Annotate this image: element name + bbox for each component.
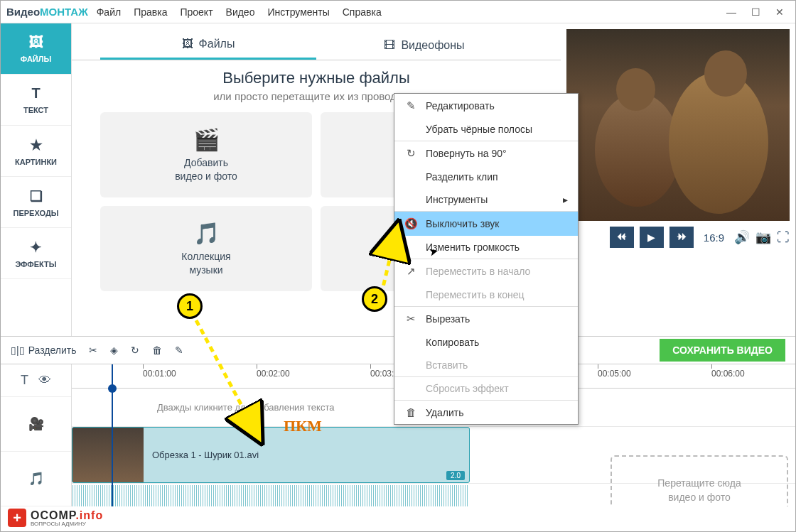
window-minimize[interactable]: — <box>721 6 741 18</box>
clapper-icon: 🎬 <box>193 127 220 152</box>
arrow-1 <box>189 317 274 445</box>
clip-label: Обрезка 1 - Шурик 01.avi <box>144 450 267 460</box>
cut-icon[interactable]: ✂ <box>89 344 97 356</box>
ctx-переместить-в-начало: ↗Переместить в начало <box>394 259 578 283</box>
text-icon: T <box>31 85 40 102</box>
next-button[interactable]: ⯮ <box>669 227 694 248</box>
audio-track-icon[interactable]: 🎵 <box>28 471 44 487</box>
wand-icon: ✦ <box>30 239 42 256</box>
ctx-удалить[interactable]: 🗑Удалить <box>394 401 578 424</box>
ctx-сбросить-эффект: Сбросить эффект <box>394 377 578 400</box>
ctx-icon: 🗑 <box>404 406 417 418</box>
ctx-разделить-клип[interactable]: Разделить клип <box>394 165 578 188</box>
dropzone[interactable]: Перетащите сюдавидео и фото <box>611 455 788 506</box>
clip-thumbnail <box>72 428 144 482</box>
context-menu: ✎РедактироватьУбрать чёрные полосы↻Повер… <box>394 93 579 425</box>
nav-files[interactable]: 🖼 ФАЙЛЫ <box>1 23 71 75</box>
image-icon: 🖼 <box>182 38 193 50</box>
tab-files[interactable]: 🖼 Файлы <box>100 31 316 60</box>
ctx-изменить-громкость[interactable]: Изменить громкость <box>394 236 578 259</box>
ctx-icon: ✎ <box>404 99 417 112</box>
menu-video[interactable]: Видео <box>226 6 255 18</box>
window-maximize[interactable]: ☐ <box>746 6 765 18</box>
ctx-редактировать[interactable]: ✎Редактировать <box>394 94 578 118</box>
svg-line-1 <box>196 320 253 427</box>
camera-icon: 🎞 <box>384 39 395 52</box>
visibility-icon[interactable]: 👁 <box>38 373 51 388</box>
play-button[interactable]: ▶ <box>640 227 664 248</box>
prompt-title: Выберите нужные файлы <box>72 69 561 87</box>
annotation-1: 1 <box>177 293 203 319</box>
ctx-инструменты[interactable]: Инструменты▸ <box>394 188 578 211</box>
menu-file[interactable]: Файл <box>97 6 121 18</box>
layers-icon: ❏ <box>30 188 43 205</box>
ctx-переместить-в-конец: Переместить в конец <box>394 283 578 306</box>
rotate-icon[interactable]: ↻ <box>131 344 139 356</box>
plus-icon: + <box>8 509 26 527</box>
add-video-photo-button[interactable]: 🎬 Добавитьвидео и фото <box>100 112 312 197</box>
preview-video[interactable] <box>566 29 790 221</box>
playhead[interactable] <box>112 364 113 506</box>
annotation-rmb: ПКМ <box>284 417 322 435</box>
window-close[interactable]: ✕ <box>770 6 790 18</box>
video-track-icon[interactable]: 🎥 <box>28 416 44 432</box>
ctx-icon: ↻ <box>404 147 417 160</box>
tab-video-backgrounds[interactable]: 🎞 Видеофоны <box>316 31 532 60</box>
ctx-убрать-ч-рные-полосы[interactable]: Убрать чёрные полосы <box>394 118 578 141</box>
clip-waveform <box>72 485 469 506</box>
nav-effects[interactable]: ✦ ЭФФЕКТЫ <box>1 228 71 279</box>
menu-edit[interactable]: Правка <box>134 6 167 18</box>
video-frame <box>566 29 790 221</box>
menu-tools[interactable]: Инструменты <box>267 6 329 18</box>
crop-icon[interactable]: ◈ <box>110 344 118 356</box>
nav-text[interactable]: T ТЕКСТ <box>1 75 71 126</box>
music-note-icon: 🎵 <box>193 221 220 246</box>
chevron-right-icon: ▸ <box>563 194 568 205</box>
app-logo: ВидеоМОНТАЖ <box>6 6 88 18</box>
aspect-ratio[interactable]: 16:9 <box>704 232 724 244</box>
delete-icon[interactable]: 🗑 <box>152 344 162 356</box>
ctx-повернуть-на-90-[interactable]: ↻Повернуть на 90° <box>394 141 578 165</box>
ctx-icon: 🔇 <box>404 217 417 230</box>
snapshot-icon[interactable]: 📷 <box>755 229 771 245</box>
ctx-копировать[interactable]: Копировать <box>394 331 578 354</box>
ctx-выключить-звук[interactable]: 🔇Выключить звук <box>394 212 578 236</box>
annotation-2: 2 <box>362 286 387 312</box>
ctx-вставить: Вставить <box>394 354 578 376</box>
clip-speed-badge: 2.0 <box>446 471 465 480</box>
text-track-icon[interactable]: T <box>21 373 28 388</box>
split-button[interactable]: ▯|▯ Разделить <box>11 344 76 356</box>
prev-button[interactable]: ⯬ <box>610 227 634 248</box>
image-icon: 🖼 <box>29 34 43 50</box>
menubar: Файл Правка Проект Видео Инструменты Спр… <box>97 6 382 18</box>
star-icon: ★ <box>30 136 43 153</box>
left-nav: 🖼 ФАЙЛЫ T ТЕКСТ ★ КАРТИНКИ ❏ ПЕРЕХОДЫ ✦ … <box>1 23 72 336</box>
music-collection-button[interactable]: 🎵 Коллекциямузыки <box>100 206 312 291</box>
menu-project[interactable]: Проект <box>180 6 213 18</box>
nav-images[interactable]: ★ КАРТИНКИ <box>1 126 71 177</box>
nav-transitions[interactable]: ❏ ПЕРЕХОДЫ <box>1 177 71 228</box>
save-video-button[interactable]: СОХРАНИТЬ ВИДЕО <box>660 339 785 362</box>
ctx-вырезать[interactable]: ✂Вырезать <box>394 307 578 331</box>
video-track[interactable]: Обрезка 1 - Шурик 01.avi 2.0 Перетащите … <box>72 427 795 484</box>
edit-icon[interactable]: ✎ <box>175 344 183 356</box>
fullscreen-icon[interactable]: ⛶ <box>777 230 790 245</box>
volume-icon[interactable]: 🔊 <box>734 229 750 245</box>
menu-help[interactable]: Справка <box>343 6 382 18</box>
watermark: + OCOMP.info ВОПРОСЫ АДМИНУ <box>5 507 106 528</box>
